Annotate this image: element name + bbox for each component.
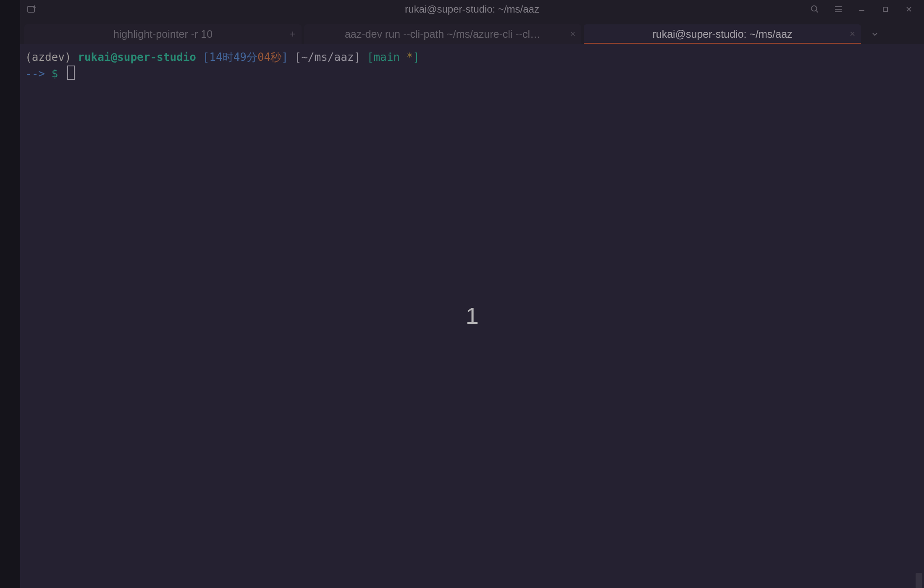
titlebar: rukai@super-studio: ~/ms/aaz [20, 0, 924, 18]
tab-1[interactable]: aaz-dev run --cli-path ~/ms/azure-cli --… [304, 24, 581, 44]
new-tab-button[interactable] [24, 3, 40, 16]
prompt-env: (azdev) [25, 51, 78, 63]
close-button[interactable] [897, 0, 921, 18]
hamburger-icon[interactable] [827, 0, 850, 18]
tab-strip: highlight-pointer -r 10 + aaz-dev run --… [20, 18, 924, 44]
prompt-git-branch: main [373, 51, 406, 63]
prompt-time-close: ] [281, 51, 288, 63]
prompt-git-open: [ [367, 51, 374, 63]
tab-label: aaz-dev run --cli-path ~/ms/azure-cli --… [345, 28, 541, 40]
prompt-git-star: * [407, 51, 413, 63]
window-title: rukai@super-studio: ~/ms/aaz [20, 3, 924, 15]
tab-2[interactable]: rukai@super-studio: ~/ms/aaz × [584, 24, 861, 44]
maximize-button[interactable] [874, 0, 897, 18]
prompt-time-open: [ [196, 51, 209, 63]
tab-close-icon[interactable]: × [850, 29, 855, 39]
prompt-line-2: --> $ [25, 66, 919, 82]
scrollbar-thumb[interactable] [916, 573, 922, 588]
tab-add-icon[interactable]: + [290, 28, 296, 40]
svg-point-3 [811, 6, 817, 11]
prompt-path: [~/ms/aaz] [288, 51, 367, 63]
svg-rect-9 [883, 7, 887, 11]
desktop-left-edge [0, 0, 20, 588]
prompt-min: 49分 [234, 51, 257, 63]
tab-0[interactable]: highlight-pointer -r 10 + [24, 24, 302, 44]
prompt-user: rukai@super-studio [78, 51, 196, 63]
desktop: rukai@super-studio: ~/ms/aaz [0, 0, 924, 588]
tab-label: rukai@super-studio: ~/ms/aaz [652, 28, 792, 40]
cursor [67, 66, 75, 80]
tabs-dropdown-button[interactable] [864, 24, 886, 44]
prompt-hour: 14时 [209, 51, 233, 63]
prompt-line-1: (azdev) rukai@super-studio [14时49分04秒] [… [25, 50, 919, 66]
svg-line-4 [816, 10, 818, 13]
prompt-git-close: ] [413, 51, 420, 63]
tab-label: highlight-pointer -r 10 [113, 28, 213, 40]
terminal-viewport[interactable]: (azdev) rukai@super-studio [14时49分04秒] [… [20, 44, 924, 588]
tab-close-icon[interactable]: × [570, 29, 575, 39]
minimize-button[interactable] [850, 0, 874, 18]
overlay-number: 1 [20, 44, 924, 588]
search-icon[interactable] [803, 0, 827, 18]
titlebar-right [803, 0, 921, 18]
prompt-sec: 04秒 [257, 51, 281, 63]
prompt-arrow: --> [25, 67, 45, 80]
prompt-dollar: $ [45, 67, 65, 80]
overlay-number-text: 1 [465, 299, 478, 333]
terminal-window: rukai@super-studio: ~/ms/aaz [20, 0, 924, 588]
